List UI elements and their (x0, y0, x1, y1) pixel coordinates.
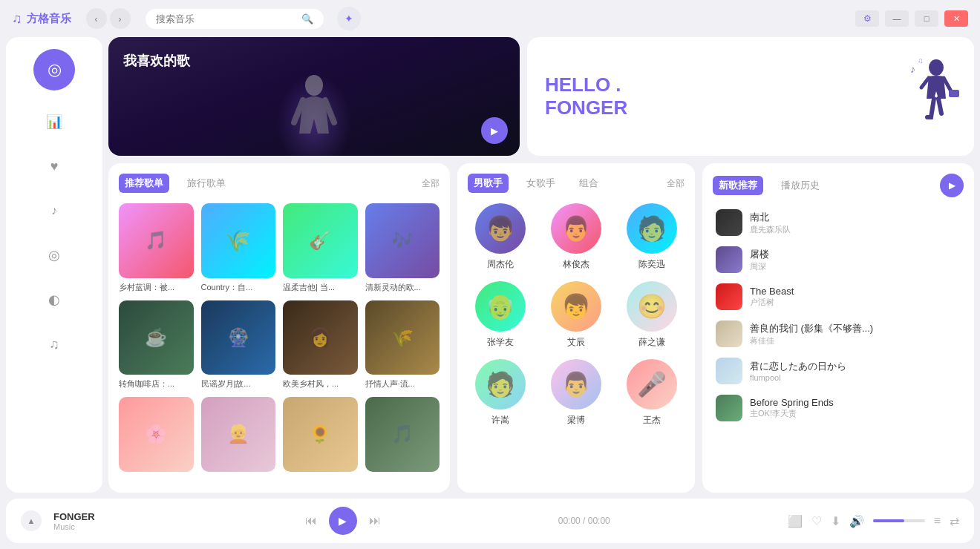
svg-point-1 (929, 59, 944, 76)
prev-button[interactable]: ⏮ (305, 514, 317, 527)
sidebar-avatar[interactable]: ◎ (33, 49, 75, 91)
list-item[interactable]: 🎸 温柔吉他| 当... (283, 203, 358, 293)
list-item[interactable]: 屠楼 周深 (713, 242, 964, 277)
playlist-label: 清新灵动的欧... (365, 282, 440, 293)
expand-icon: ▲ (27, 516, 36, 525)
list-item[interactable]: 😊 薛之谦 (619, 281, 685, 349)
clock-icon: ◎ (48, 247, 60, 263)
artist-name: 张学友 (487, 336, 514, 349)
artists-all-link[interactable]: 全部 (667, 177, 685, 190)
banner-play-button[interactable]: ▶ (481, 117, 508, 144)
sidebar-item-favorites[interactable]: ♥ (41, 153, 68, 180)
song-thumbnail (716, 209, 742, 236)
banner-area: 我喜欢的歌 ▶ HELLO . FONGER (108, 37, 974, 156)
playlist-button[interactable]: ≡ (934, 514, 941, 527)
sidebar-item-note[interactable]: ♫ (41, 331, 68, 358)
list-item[interactable]: 🎡 民谣岁月|故... (201, 300, 276, 390)
hello-card: HELLO . FONGER (527, 37, 974, 156)
list-item[interactable]: The Beast 户活树 (713, 279, 964, 315)
svg-point-0 (305, 75, 323, 96)
player-actions: ⬜ ♡ ⬇ 🔊 ≡ ⇄ (788, 514, 959, 528)
maximize-button[interactable]: □ (915, 10, 938, 27)
song-thumbnail (716, 320, 742, 347)
tab-travel[interactable]: 旅行歌单 (181, 174, 232, 193)
list-item[interactable]: 南北 鹿先森乐队 (713, 205, 964, 240)
tab-new-songs[interactable]: 新歌推荐 (713, 176, 763, 195)
magic-button[interactable]: ✦ (337, 7, 361, 30)
list-item[interactable]: 🎶 清新灵动的欧... (365, 203, 440, 293)
forward-button[interactable]: › (110, 8, 131, 29)
minimize-button[interactable]: — (885, 10, 909, 27)
back-button[interactable]: ‹ (86, 8, 107, 29)
download-button[interactable]: ⬇ (831, 514, 840, 528)
list-item[interactable]: 👦 周杰伦 (468, 203, 533, 271)
list-item[interactable]: 👨 梁博 (543, 359, 609, 427)
sidebar-item-toggle[interactable]: ◐ (41, 286, 68, 313)
artist-name: 薛之谦 (638, 336, 665, 349)
new-songs-play-button[interactable]: ▶ (940, 174, 964, 197)
player-track-name: FONGER (53, 511, 128, 522)
list-item[interactable]: 🌻 (283, 397, 358, 476)
sidebar: ◎ 📊 ♥ ♪ ◎ ◐ ♫ (6, 37, 102, 493)
sidebar-item-clock[interactable]: ◎ (41, 242, 68, 269)
avatar-icon: ◎ (48, 60, 62, 79)
list-item[interactable]: 🎤 王杰 (619, 359, 685, 427)
search-input[interactable] (156, 13, 295, 24)
tab-recommended[interactable]: 推荐歌单 (119, 174, 169, 193)
player-expand-button[interactable]: ▲ (21, 510, 42, 531)
song-artist: 周深 (750, 261, 961, 272)
banner-playlist-title: 我喜欢的歌 (123, 52, 190, 70)
tab-female-singers[interactable]: 女歌手 (520, 174, 561, 193)
list-item[interactable]: 👩 欧美乡村风，... (283, 300, 358, 390)
list-item[interactable]: 👴 张学友 (468, 281, 533, 349)
tab-play-history[interactable]: 播放历史 (775, 176, 826, 195)
new-songs-list: 南北 鹿先森乐队 屠楼 周深 The Bea (713, 205, 964, 426)
next-button[interactable]: ⏭ (369, 514, 381, 527)
toggle-icon: ◐ (48, 292, 60, 308)
list-item[interactable]: ☕ 转角咖啡店：... (119, 300, 194, 390)
app-logo: ♫ 方格音乐 (12, 11, 71, 27)
list-item[interactable]: 🌾 抒情人声·流... (365, 300, 440, 390)
list-item[interactable]: 👦 艾辰 (543, 281, 609, 349)
playlist-label: 转角咖啡店：... (119, 378, 194, 389)
playlist-label: 抒情人声·流... (365, 378, 440, 389)
tab-groups[interactable]: 组合 (573, 174, 604, 193)
song-info: 屠楼 周深 (750, 248, 961, 272)
list-item[interactable]: 🌸 (119, 397, 194, 476)
volume-bar[interactable] (873, 519, 925, 522)
hello-title-line2: FONGER (545, 96, 956, 119)
screen-button[interactable]: ⬜ (788, 514, 803, 528)
banner-silhouette (281, 67, 347, 156)
list-item[interactable]: 🧑 许嵩 (468, 359, 533, 427)
playlist-all-link[interactable]: 全部 (422, 177, 440, 190)
list-item[interactable]: 🎵 (365, 397, 440, 476)
close-button[interactable]: ✕ (944, 10, 968, 27)
artists-grid: 👦 周杰伦 👨 林俊杰 🧑 陈奕迅 👴 张学友 (468, 203, 685, 427)
player-controls: ⏮ ▶ ⏭ (305, 507, 381, 535)
like-button[interactable]: ♡ (811, 514, 822, 528)
list-item[interactable]: 👱 (201, 397, 276, 476)
sidebar-item-chart[interactable]: 📊 (41, 108, 68, 135)
heart-icon: ♥ (50, 159, 59, 174)
hello-illustration: ♪ ♫ (895, 54, 962, 136)
list-item[interactable]: 🌾 Country：自... (201, 203, 276, 293)
list-item[interactable]: 👨 林俊杰 (543, 203, 609, 271)
list-item[interactable]: Before Spring Ends 主OK!李天责 (713, 390, 964, 426)
player-track-sub: Music (53, 522, 128, 531)
song-title: The Beast (750, 286, 961, 297)
artist-name: 王杰 (643, 414, 661, 427)
tab-male-singers[interactable]: 男歌手 (468, 174, 509, 193)
list-item[interactable]: 🧑 陈奕迅 (619, 203, 685, 271)
play-pause-button[interactable]: ▶ (329, 507, 357, 535)
list-item[interactable]: 🎵 乡村蓝调：被... (119, 203, 194, 293)
sidebar-item-music[interactable]: ♪ (41, 197, 68, 224)
volume-button[interactable]: 🔊 (849, 514, 864, 528)
list-item[interactable]: 善良的我们 (影集《不够善...) 蒋佳佳 (713, 316, 964, 352)
song-artist: 主OK!李天责 (750, 408, 961, 419)
song-thumbnail (716, 395, 742, 421)
shuffle-button[interactable]: ⇄ (950, 514, 959, 528)
settings-button[interactable]: ⚙ (855, 10, 879, 27)
artist-name: 陈奕迅 (638, 258, 665, 271)
banner-playlist-card[interactable]: 我喜欢的歌 ▶ (108, 37, 520, 156)
list-item[interactable]: 君に恋したあの日から flumpool (713, 353, 964, 389)
